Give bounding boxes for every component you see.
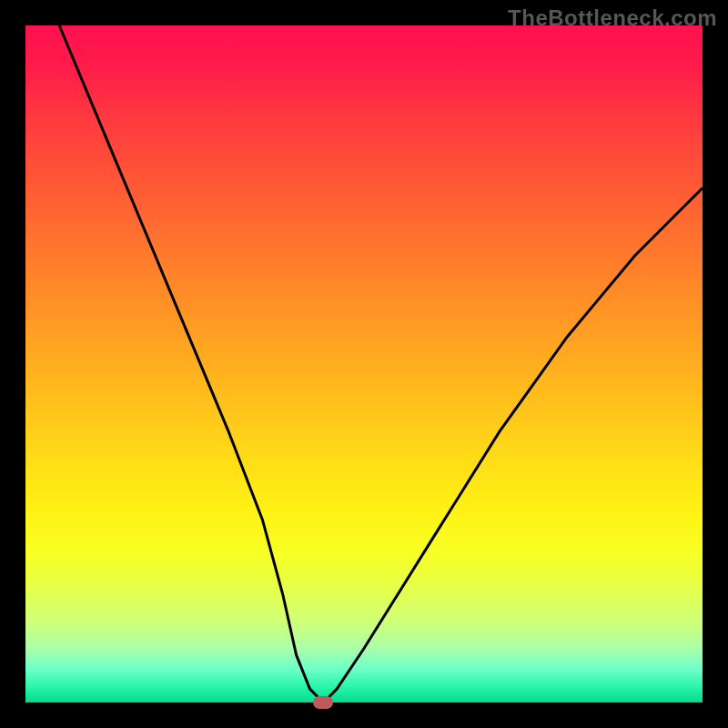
plot-area <box>25 25 703 703</box>
minimum-marker <box>313 696 333 709</box>
chart-container: TheBottleneck.com <box>0 0 728 728</box>
bottleneck-curve <box>25 25 703 703</box>
curve-path <box>59 25 703 703</box>
